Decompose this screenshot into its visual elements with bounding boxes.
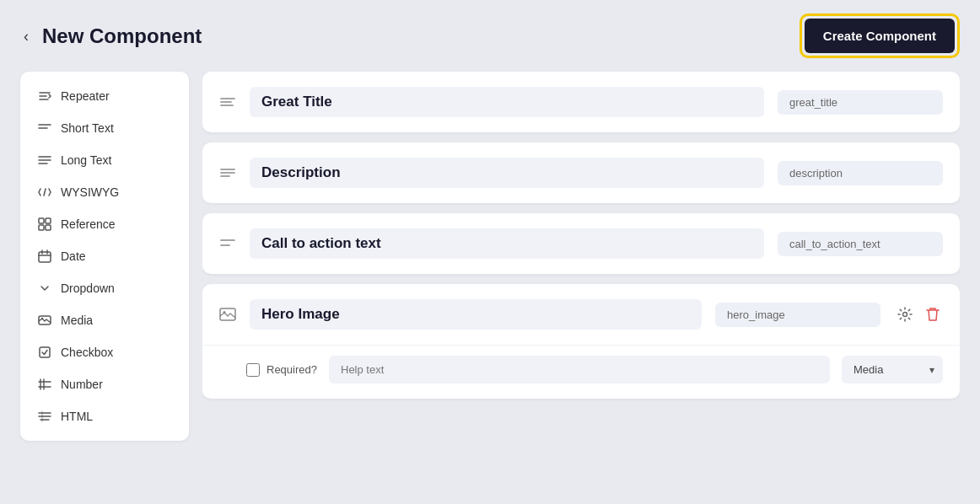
field-row-hero-image (202, 284, 960, 345)
svg-rect-2 (39, 225, 44, 230)
field-row-description (202, 142, 960, 203)
settings-button-hero-image[interactable] (894, 303, 916, 325)
delete-button-hero-image[interactable] (923, 303, 943, 325)
sidebar-item-reference[interactable]: Reference (24, 208, 186, 240)
svg-rect-3 (46, 225, 51, 230)
field-card-hero-image: Required? Media Short Text Long Text Ref… (202, 284, 960, 399)
field-icon-great-title (219, 96, 236, 108)
content-area: Required? Media Short Text Long Text Ref… (202, 72, 960, 480)
sidebar-item-repeater-label: Repeater (61, 89, 110, 103)
svg-point-9 (223, 311, 226, 314)
svg-point-6 (41, 318, 43, 319)
field-icon-call-to-action (219, 238, 236, 249)
sidebar-item-short-text-label: Short Text (61, 121, 114, 135)
reference-icon (37, 217, 52, 232)
field-icon-description (219, 167, 236, 179)
required-checkbox-label[interactable]: Required? (246, 363, 317, 377)
page-title: New Component (42, 24, 202, 48)
field-row-call-to-action (202, 213, 960, 274)
sidebar-item-date[interactable]: Date (24, 240, 186, 272)
field-name-input-call-to-action[interactable] (250, 228, 764, 259)
required-checkbox-input[interactable] (246, 363, 260, 377)
field-actions-hero-image (894, 303, 943, 325)
field-name-input-great-title[interactable] (250, 87, 764, 117)
field-name-input-description[interactable] (250, 158, 764, 188)
field-key-input-hero-image[interactable] (715, 303, 880, 327)
sidebar-item-reference-label: Reference (61, 217, 116, 231)
sidebar-item-checkbox-label: Checkbox (61, 346, 113, 359)
sidebar-item-html-label: HTML (61, 410, 93, 423)
sidebar-item-wysiwyg-label: WYSIWYG (61, 185, 119, 199)
field-key-input-description[interactable] (778, 161, 943, 185)
repeater-icon (37, 88, 52, 104)
header: ‹ New Component Create Component (0, 0, 980, 72)
long-text-icon (37, 153, 52, 168)
dropdown-icon (37, 281, 52, 296)
sidebar-item-number[interactable]: Number (24, 368, 186, 400)
svg-rect-4 (39, 252, 51, 262)
sidebar-item-date-label: Date (61, 249, 86, 263)
main-layout: Repeater Short Text Long Text (0, 72, 980, 500)
create-component-button[interactable]: Create Component (805, 19, 955, 53)
sidebar-item-long-text[interactable]: Long Text (24, 144, 186, 176)
help-text-input[interactable] (329, 356, 830, 383)
media-icon (37, 313, 52, 328)
field-row-great-title (202, 72, 960, 132)
field-card-call-to-action (202, 213, 960, 274)
sidebar-item-long-text-label: Long Text (61, 153, 111, 167)
sidebar-item-short-text[interactable]: Short Text (24, 112, 186, 144)
create-button-wrapper: Create Component (800, 13, 960, 58)
sidebar-item-media-label: Media (61, 314, 93, 327)
html-icon (37, 409, 52, 424)
field-icon-hero-image (219, 308, 236, 321)
number-icon (37, 377, 52, 392)
sidebar-item-dropdown-label: Dropdown (61, 281, 115, 295)
field-key-input-call-to-action[interactable] (778, 232, 943, 256)
sidebar-item-repeater[interactable]: Repeater (24, 80, 186, 112)
required-label: Required? (267, 363, 317, 376)
sidebar-item-media[interactable]: Media (24, 304, 186, 336)
svg-point-10 (903, 313, 907, 317)
sidebar-item-checkbox[interactable]: Checkbox (24, 336, 186, 368)
field-card-great-title (202, 72, 960, 132)
sidebar-item-dropdown[interactable]: Dropdown (24, 272, 186, 304)
sidebar-item-number-label: Number (61, 378, 103, 391)
short-text-icon (37, 121, 52, 136)
header-left: ‹ New Component (20, 24, 202, 48)
svg-rect-7 (40, 347, 50, 357)
sidebar-item-wysiwyg[interactable]: WYSIWYG (24, 176, 186, 208)
back-button[interactable]: ‹ (20, 25, 32, 47)
wysiwyg-icon (37, 185, 52, 200)
date-icon (37, 249, 52, 264)
type-select[interactable]: Media Short Text Long Text Reference Dat… (842, 356, 943, 383)
sidebar-item-html[interactable]: HTML (24, 400, 186, 432)
field-name-input-hero-image[interactable] (250, 299, 702, 330)
field-card-description (202, 142, 960, 203)
svg-rect-1 (46, 218, 51, 223)
field-key-input-great-title[interactable] (778, 90, 943, 115)
field-options-hero-image: Required? Media Short Text Long Text Ref… (202, 345, 960, 399)
checkbox-icon (37, 345, 52, 360)
type-select-wrapper: Media Short Text Long Text Reference Dat… (842, 356, 943, 383)
svg-rect-0 (39, 218, 44, 223)
sidebar: Repeater Short Text Long Text (20, 72, 189, 441)
